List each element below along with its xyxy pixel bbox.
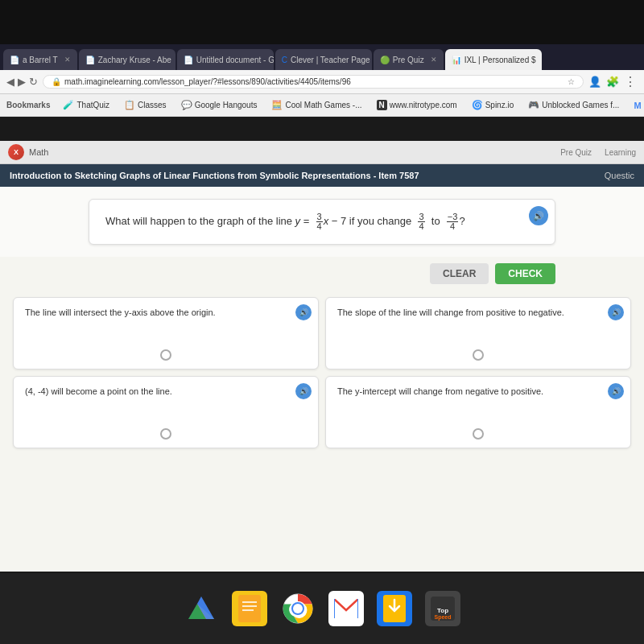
bookmark-unblocked[interactable]: 🎮 Unblocked Games f...: [523, 98, 624, 112]
spinz-icon: 🌀: [472, 100, 483, 110]
browser-window: 📄 a Barrel T ✕ 📄 Zachary Kruse - Abe ✕ 📄…: [0, 44, 644, 117]
tab-ixl[interactable]: 📊 IXL | Personalized $ ✕: [445, 49, 542, 70]
svg-point-10: [293, 604, 303, 613]
tab-close-icon[interactable]: ✕: [64, 56, 71, 64]
bookmarks-bar: Bookmarks 🧪 ThatQuiz 📋 Classes 💬 Google …: [0, 94, 644, 117]
address-input[interactable]: 🔒 math.imaginelearning.com/lesson_player…: [43, 75, 584, 89]
taskbar-gmail-icon[interactable]: [328, 591, 364, 626]
svg-rect-5: [242, 601, 257, 603]
refresh-icon[interactable]: ↻: [29, 76, 38, 88]
fraction-change-to: −3 4: [447, 213, 459, 231]
bookmark-thatquiz[interactable]: 🧪 ThatQuiz: [58, 98, 114, 112]
bookmark-nitrotype[interactable]: N www.nitrotype.com: [372, 98, 462, 112]
tab-close-icon[interactable]: ✕: [431, 56, 437, 64]
svg-text:Speed: Speed: [434, 614, 451, 621]
bookmark-hangouts[interactable]: 💬 Google Hangouts: [176, 98, 262, 112]
platform-logo: X Math: [8, 144, 48, 160]
address-bar: ◀ ▶ ↻ 🔒 math.imaginelearning.com/lesson_…: [0, 70, 644, 94]
answer-d-radio[interactable]: [473, 428, 484, 440]
answer-c-text: (4, -4) will become a point on the line.: [25, 386, 307, 396]
back-icon[interactable]: ◀: [6, 76, 14, 88]
answer-a-text: The line will intersect the y-axis above…: [25, 308, 307, 317]
platform-header: X Math Pre Quiz Learning: [0, 141, 644, 164]
answer-a-audio-button[interactable]: 🔊: [295, 304, 312, 320]
answers-grid: 🔊 The line will intersect the y-axis abo…: [0, 291, 644, 455]
answer-d-audio-button[interactable]: 🔊: [608, 383, 624, 399]
thatquiz-icon: 🧪: [63, 100, 74, 110]
browser-actions: 👤 🧩 ⋮: [588, 74, 638, 89]
svg-rect-4: [238, 595, 261, 622]
answer-card-b[interactable]: 🔊 The slope of the line will change from…: [325, 297, 631, 369]
question-label: Questic: [605, 171, 634, 180]
tab-clever[interactable]: C Clever | Teacher Page ✕: [275, 49, 372, 70]
answer-card-c[interactable]: 🔊 (4, -4) will become a point on the lin…: [13, 376, 319, 448]
taskbar-topspeed-icon[interactable]: Top Speed: [425, 591, 460, 626]
question-card: 🔊 What will happen to the graph of the l…: [89, 199, 555, 245]
extensions-icon[interactable]: 🧩: [606, 76, 619, 88]
hangouts-label: Google Hangouts: [195, 101, 258, 109]
tab-bar: 📄 a Barrel T ✕ 📄 Zachary Kruse - Abe ✕ 📄…: [0, 44, 644, 70]
lesson-title: Introduction to Sketching Graphs of Line…: [10, 171, 419, 180]
main-content: X Math Pre Quiz Learning Introduction to…: [0, 141, 644, 572]
bookmark-classes[interactable]: 📋 Classes: [119, 98, 171, 112]
nitrotype-icon: N: [377, 100, 387, 110]
bookmark-m[interactable]: M: [629, 99, 644, 112]
tab-prequiz[interactable]: 🟢 Pre Quiz ✕: [374, 49, 444, 70]
hangouts-icon: 💬: [181, 100, 192, 110]
answer-card-d[interactable]: 🔊 The y-intercept will change from negat…: [325, 376, 631, 448]
bookmark-spinzio[interactable]: 🌀 Spinz.io: [467, 98, 519, 112]
nav-controls: ◀ ▶ ↻: [6, 76, 38, 88]
lesson-banner: Introduction to Sketching Graphs of Line…: [0, 164, 644, 187]
pre-quiz-label: Pre Quiz: [560, 148, 592, 157]
lock-icon: 🔒: [52, 77, 61, 86]
clear-button[interactable]: CLEAR: [430, 263, 489, 284]
taskbar-docs-icon[interactable]: [232, 591, 267, 626]
question-area: 🔊 What will happen to the graph of the l…: [0, 187, 644, 257]
forward-icon[interactable]: ▶: [18, 76, 26, 88]
url-text: math.imaginelearning.com/lesson_player/?…: [64, 77, 351, 86]
fraction-three-fourths: 3 4: [316, 213, 323, 231]
fraction-change-from: 3 4: [418, 213, 424, 231]
tab-favicon: C: [282, 56, 287, 64]
unblocked-icon: 🎮: [528, 100, 539, 110]
star-icon[interactable]: ☆: [568, 77, 575, 86]
answer-b-text: The slope of the line will change from p…: [337, 308, 619, 317]
tab-untitled[interactable]: 📄 Untitled document - G ✕: [177, 49, 274, 70]
taskbar-chrome-icon[interactable]: [280, 591, 316, 626]
taskbar-keep-icon[interactable]: [377, 591, 412, 626]
answer-d-text: The y-intercept will change from negativ…: [337, 386, 619, 396]
tab-barrel[interactable]: 📄 a Barrel T ✕: [3, 49, 77, 70]
check-button[interactable]: CHECK: [495, 263, 555, 284]
monitor-top: [0, 0, 644, 48]
tab-zachary[interactable]: 📄 Zachary Kruse - Abe ✕: [79, 49, 175, 70]
tab-favicon: 📊: [452, 56, 461, 64]
question-audio-button[interactable]: 🔊: [529, 206, 548, 225]
svg-rect-7: [242, 609, 254, 611]
tab-favicon: 🟢: [380, 56, 390, 64]
bookmarks-label: Bookmarks: [6, 101, 50, 109]
classes-icon: 📋: [124, 100, 135, 110]
profile-icon[interactable]: 👤: [588, 76, 601, 88]
more-icon[interactable]: ⋮: [624, 74, 638, 89]
bookmark-coolmath[interactable]: 🧮 Cool Math Games -...: [266, 98, 366, 112]
m-icon: M: [634, 101, 641, 110]
answer-c-audio-button[interactable]: 🔊: [295, 383, 312, 399]
platform-math-label: Math: [29, 147, 48, 157]
coolmath-icon: 🧮: [271, 100, 283, 110]
action-buttons: CLEAR CHECK: [72, 257, 572, 291]
tab-favicon: 📄: [10, 56, 19, 64]
question-text: What will happen to the graph of the lin…: [105, 213, 539, 231]
svg-text:Top: Top: [437, 607, 448, 614]
answer-a-radio[interactable]: [160, 349, 171, 361]
tab-favicon: 📄: [184, 56, 193, 64]
answer-c-radio[interactable]: [160, 428, 171, 440]
answer-b-audio-button[interactable]: 🔊: [608, 304, 624, 320]
svg-rect-6: [242, 605, 257, 607]
taskbar: Top Speed: [0, 573, 644, 644]
learning-label: Learning: [605, 148, 636, 157]
answer-card-a[interactable]: 🔊 The line will intersect the y-axis abo…: [13, 297, 319, 369]
answer-b-radio[interactable]: [473, 349, 484, 361]
tab-favicon: 📄: [85, 56, 95, 64]
taskbar-drive-icon[interactable]: [184, 591, 219, 626]
platform-nav: Pre Quiz Learning: [560, 148, 636, 157]
